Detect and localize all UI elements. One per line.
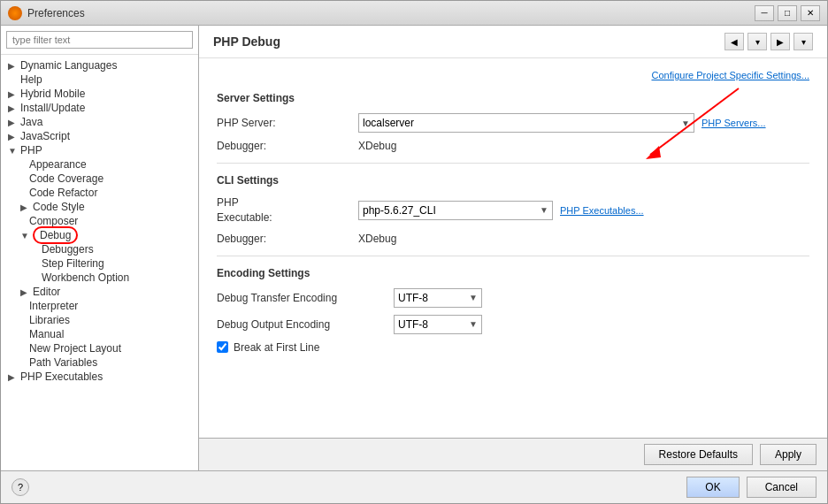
tree-item-php-executables[interactable]: ▶ PHP Executables [1, 370, 198, 384]
tree-label: New Project Layout [29, 342, 121, 355]
expand-arrow: ▶ [8, 89, 20, 99]
tree-label: Dynamic Languages [20, 59, 117, 72]
tree-item-interpreter[interactable]: Interpreter [13, 299, 198, 313]
expand-arrow: ▶ [8, 132, 20, 141]
tree-item-java[interactable]: ▶ Java [1, 115, 198, 129]
tree-label: Appearance [29, 158, 87, 171]
break-first-line-label: Break at First Line [234, 341, 319, 354]
ok-button[interactable]: OK [686, 477, 739, 498]
restore-defaults-button[interactable]: Restore Defaults [644, 444, 753, 465]
php-server-row: PHP Server: localserver ▼ PHP Servers... [217, 113, 809, 133]
php-server-label: PHP Server: [217, 117, 358, 129]
tree-item-appearance[interactable]: Appearance [13, 157, 198, 172]
tree-item-hybrid-mobile[interactable]: ▶ Hybrid Mobile [1, 87, 198, 101]
cli-debugger-label: Debugger: [217, 233, 358, 245]
filter-box [1, 26, 198, 55]
cli-debugger-row: Debugger: XDebug [217, 233, 809, 245]
tree-item-install-update[interactable]: ▶ Install/Update [1, 101, 198, 115]
debugger-value: XDebug [358, 140, 396, 152]
debug-transfer-row: Debug Transfer Encoding UTF-8 ▼ [217, 288, 809, 308]
tree-label: Manual [29, 328, 64, 340]
forward-button[interactable]: ▶ [770, 33, 790, 50]
tree-label: Code Style [33, 201, 85, 213]
php-executable-dropdown[interactable]: php-5.6.27_CLI ▼ [358, 201, 553, 220]
maximize-button[interactable]: □ [778, 5, 797, 21]
filter-input[interactable] [6, 31, 193, 49]
php-executable-row: PHP Executable: php-5.6.27_CLI ▼ PHP Exe… [217, 195, 809, 225]
debug-output-value: UTF-8 [398, 318, 428, 331]
back-button[interactable]: ◀ [724, 33, 744, 50]
expand-arrow: ▶ [8, 61, 20, 71]
tree-item-code-style[interactable]: ▶ Code Style [13, 200, 198, 214]
tree-label: Path Variables [29, 356, 97, 369]
break-first-line-checkbox[interactable] [217, 341, 228, 353]
tree-item-step-filtering[interactable]: Step Filtering [26, 256, 198, 271]
tree-item-php[interactable]: ▼ PHP [1, 143, 198, 157]
tree-item-editor[interactable]: ▶ Editor [13, 285, 198, 299]
tree-item-manual[interactable]: Manual [13, 327, 198, 341]
php-executable-label-2: Executable: [217, 211, 272, 224]
dropdown-arrow-icon3: ▼ [469, 293, 478, 302]
dropdown-icon2: ▾ [801, 37, 806, 47]
section-divider-1 [217, 163, 809, 164]
expand-arrow: ▶ [8, 118, 20, 127]
php-executables-link[interactable]: PHP Executables... [560, 205, 644, 216]
tree-item-new-project-layout[interactable]: New Project Layout [13, 341, 198, 355]
forward-icon: ▶ [777, 37, 784, 47]
debug-output-row: Debug Output Encoding UTF-8 ▼ [217, 315, 809, 334]
tree-label: Java [20, 116, 42, 128]
left-panel: ▶ Dynamic Languages Help ▶ Hybrid Mobile [1, 26, 199, 470]
tree-label: Step Filtering [42, 257, 104, 270]
close-button[interactable]: ✕ [801, 5, 820, 21]
config-project-link[interactable]: Configure Project Specific Settings... [651, 70, 809, 80]
php-server-dropdown[interactable]: localserver ▼ [358, 113, 694, 133]
help-icon[interactable]: ? [12, 478, 29, 496]
tree-item-javascript[interactable]: ▶ JavaScript [1, 129, 198, 143]
tree-item-workbench-option[interactable]: Workbench Option [26, 271, 198, 285]
expand-arrow: ▶ [8, 372, 20, 382]
debug-transfer-dropdown[interactable]: UTF-8 ▼ [394, 288, 482, 308]
dropdown-arrow-icon: ▼ [681, 118, 690, 128]
tree-item-code-refactor[interactable]: Code Refactor [13, 186, 198, 200]
dropdown-arrow-icon4: ▼ [469, 319, 478, 329]
debug-output-dropdown[interactable]: UTF-8 ▼ [394, 315, 482, 334]
tree-item-path-variables[interactable]: Path Variables [13, 355, 198, 370]
debug-transfer-label: Debug Transfer Encoding [217, 292, 394, 304]
panel-title: PHP Debug [213, 34, 280, 49]
debug-circle: Debug [33, 226, 78, 244]
tree-item-dynamic-languages[interactable]: ▶ Dynamic Languages [1, 58, 198, 73]
window-controls: ─ □ ✕ [755, 5, 820, 21]
app-icon [8, 6, 22, 20]
debug-transfer-value: UTF-8 [398, 292, 428, 304]
debugger-row: Debugger: XDebug [217, 140, 809, 152]
cli-debugger-value: XDebug [358, 233, 396, 245]
tree-label: Code Coverage [29, 172, 104, 185]
title-bar: Preferences ─ □ ✕ [1, 1, 827, 26]
tree-item-code-coverage[interactable]: Code Coverage [13, 172, 198, 186]
footer-bar: ? OK Cancel [1, 470, 827, 503]
minimize-button[interactable]: ─ [755, 5, 774, 21]
expand-arrow: ▶ [20, 202, 33, 212]
apply-button[interactable]: Apply [760, 444, 816, 465]
expand-arrow: ▶ [20, 287, 33, 297]
php-executable-controls: php-5.6.27_CLI ▼ PHP Executables... [358, 201, 644, 220]
tree-container: ▶ Dynamic Languages Help ▶ Hybrid Mobile [1, 55, 198, 470]
php-server-controls: localserver ▼ PHP Servers... [358, 113, 766, 133]
tree-item-libraries[interactable]: Libraries [13, 313, 198, 327]
tree-label: Editor [33, 286, 60, 298]
tree-item-debug[interactable]: ▼ Debug [13, 228, 198, 242]
tree-label: Debug [33, 229, 78, 241]
encoding-settings-header: Encoding Settings [217, 267, 809, 279]
tree-label: PHP Executables [20, 370, 103, 383]
tree-item-debuggers[interactable]: Debuggers [26, 242, 198, 256]
php-servers-link[interactable]: PHP Servers... [702, 118, 766, 128]
cancel-button[interactable]: Cancel [747, 477, 816, 498]
tree-label: Hybrid Mobile [20, 88, 85, 100]
dropdown-button[interactable]: ▾ [748, 33, 767, 50]
dropdown-button2[interactable]: ▾ [794, 33, 813, 50]
config-link-container: Configure Project Specific Settings... [217, 69, 809, 81]
tree-item-help[interactable]: Help [1, 73, 198, 87]
right-panel: PHP Debug ◀ ▾ ▶ ▾ [199, 26, 827, 470]
tree-label: Debuggers [42, 243, 94, 256]
expand-arrow: ▼ [8, 146, 20, 156]
